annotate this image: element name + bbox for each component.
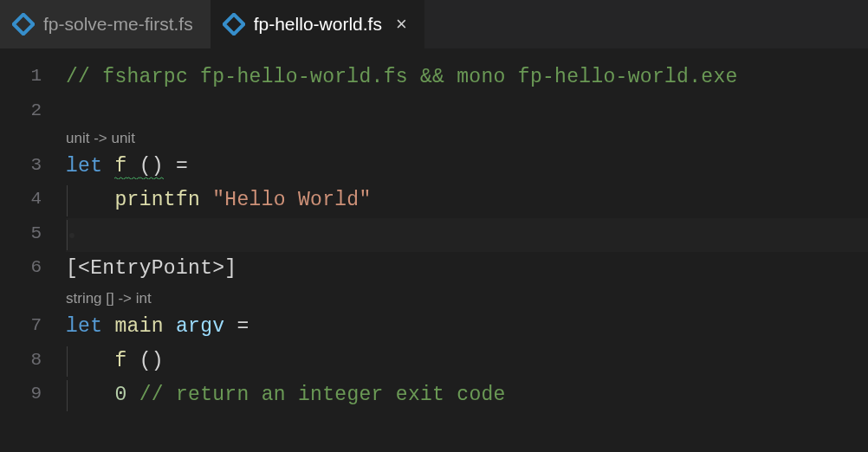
line-number: 2 xyxy=(0,95,66,126)
line-number: 8 xyxy=(0,345,66,376)
number-literal: 0 xyxy=(114,384,126,406)
parens: () xyxy=(139,155,164,179)
code-line[interactable]: [<EntryPoint>] xyxy=(66,252,868,287)
function-call: printfn xyxy=(114,189,200,211)
fsharp-file-icon xyxy=(12,13,35,36)
code-line[interactable]: // fsharpc fp-hello-world.fs && mono fp-… xyxy=(66,61,868,95)
close-tab-icon[interactable]: × xyxy=(396,15,407,34)
code-line[interactable]: printfn "Hello World" xyxy=(66,184,868,218)
code-line[interactable]: 0 // return an integer exit code xyxy=(66,378,868,413)
tab-label: fp-solve-me-first.fs xyxy=(43,14,193,35)
function-name: main xyxy=(114,315,163,338)
fsharp-file-icon xyxy=(223,13,245,36)
code-comment: // fsharpc fp-hello-world.fs && mono fp-… xyxy=(66,66,738,88)
indent-guide xyxy=(67,346,68,378)
code-line[interactable]: let main argv = xyxy=(66,310,868,345)
line-number: 3 xyxy=(0,150,66,181)
whitespace-marker xyxy=(66,218,78,253)
function-call: f xyxy=(114,350,126,372)
line-number: 5 xyxy=(0,218,66,249)
attr-name: EntryPoint xyxy=(90,257,212,280)
codelens-hint[interactable]: unit -> unit xyxy=(66,126,868,150)
equals: = xyxy=(176,155,188,178)
code-line[interactable]: f () xyxy=(66,345,868,379)
code-editor[interactable]: 1 // fsharpc fp-hello-world.fs && mono f… xyxy=(0,48,868,413)
keyword-let: let xyxy=(66,315,102,338)
line-number: 9 xyxy=(0,378,66,410)
code-line[interactable] xyxy=(66,218,868,253)
function-name: f xyxy=(114,155,126,179)
attr-close: >] xyxy=(212,257,236,280)
keyword-let: let xyxy=(66,155,102,178)
line-number: 7 xyxy=(0,310,66,341)
tab-bar: fp-solve-me-first.fs fp-hello-world.fs × xyxy=(0,0,868,48)
tab-label: fp-hello-world.fs xyxy=(254,14,382,35)
line-number: 6 xyxy=(0,252,66,283)
editor-tab-inactive[interactable]: fp-solve-me-first.fs xyxy=(0,0,211,48)
code-comment: // return an integer exit code xyxy=(139,384,506,406)
parens: () xyxy=(139,350,164,372)
indent-guide xyxy=(67,380,68,411)
string-literal: "Hello World" xyxy=(212,189,371,211)
codelens-hint[interactable]: string [] -> int xyxy=(66,287,868,310)
attr-open: [< xyxy=(66,257,90,280)
line-number: 1 xyxy=(0,61,66,92)
code-line[interactable]: let f () = xyxy=(66,150,868,184)
equals: = xyxy=(236,315,249,338)
indent-guide xyxy=(67,185,68,216)
line-number: 4 xyxy=(0,184,66,215)
identifier: argv xyxy=(176,315,224,338)
editor-tab-active[interactable]: fp-hello-world.fs × xyxy=(211,0,424,48)
